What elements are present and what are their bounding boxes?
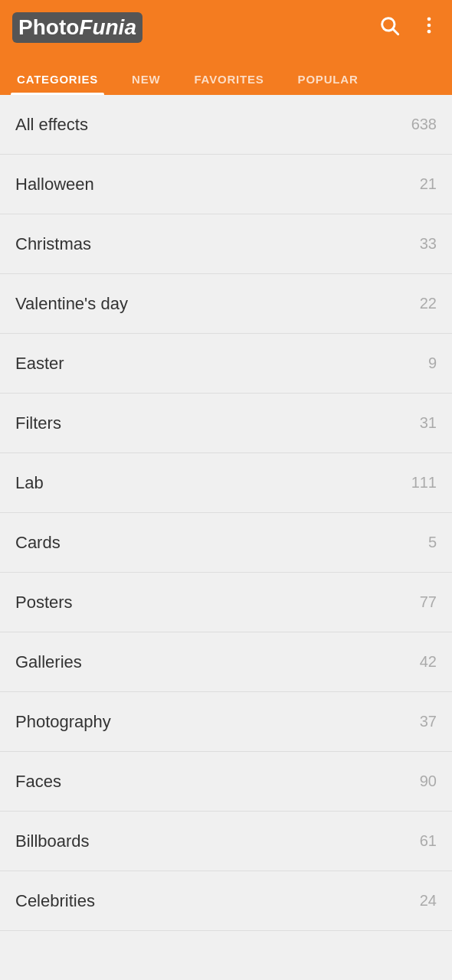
svg-line-1 <box>393 29 398 34</box>
tab-favorites[interactable]: FAVORITES <box>177 73 280 95</box>
category-label: Halloween <box>15 175 94 194</box>
category-count: 31 <box>420 414 437 432</box>
category-count: 9 <box>428 354 437 372</box>
list-item[interactable]: Halloween21 <box>0 155 452 214</box>
category-count: 77 <box>420 593 437 611</box>
tab-new[interactable]: NEW <box>115 73 177 95</box>
app-logo: PhotoFunia <box>12 12 142 43</box>
list-item[interactable]: Faces90 <box>0 752 452 812</box>
category-count: 111 <box>411 474 437 492</box>
search-icon[interactable] <box>378 15 400 41</box>
category-count: 21 <box>420 175 437 193</box>
app-header: PhotoFunia <box>0 0 452 55</box>
more-options-icon[interactable] <box>418 15 440 41</box>
category-label: All effects <box>15 115 88 135</box>
header-icons <box>378 15 440 41</box>
category-label: Christmas <box>15 234 91 254</box>
list-item[interactable]: Galleries42 <box>0 632 452 692</box>
category-label: Filters <box>15 413 61 433</box>
category-count: 90 <box>420 773 437 790</box>
category-label: Faces <box>15 772 61 792</box>
list-item[interactable]: Cards5 <box>0 513 452 573</box>
category-count: 638 <box>411 116 437 133</box>
list-item[interactable]: Filters31 <box>0 394 452 453</box>
svg-point-2 <box>427 17 431 21</box>
tab-categories[interactable]: CATEGORIES <box>0 73 115 95</box>
list-item[interactable]: Lab111 <box>0 453 452 513</box>
list-item[interactable]: Valentine's day22 <box>0 274 452 334</box>
category-label: Celebrities <box>15 891 95 911</box>
category-count: 33 <box>420 235 437 253</box>
category-count: 37 <box>420 713 437 730</box>
nav-tabs: CATEGORIES NEW FAVORITES POPULAR <box>0 55 452 95</box>
list-item[interactable]: Christmas33 <box>0 214 452 274</box>
list-item[interactable]: Celebrities24 <box>0 871 452 931</box>
category-label: Cards <box>15 533 61 553</box>
logo-box: PhotoFunia <box>12 12 142 43</box>
svg-point-4 <box>427 29 431 33</box>
list-item[interactable]: Billboards61 <box>0 812 452 871</box>
list-item[interactable]: Photography37 <box>0 692 452 752</box>
list-item[interactable]: Easter9 <box>0 334 452 394</box>
category-label: Valentine's day <box>15 294 128 314</box>
svg-point-3 <box>427 23 431 27</box>
category-count: 61 <box>420 832 437 850</box>
logo-text: PhotoFunia <box>18 15 136 40</box>
category-label: Galleries <box>15 652 82 672</box>
category-count: 5 <box>428 534 437 551</box>
category-label: Easter <box>15 354 64 374</box>
category-label: Lab <box>15 473 44 493</box>
category-list: All effects638Halloween21Christmas33Vale… <box>0 95 452 931</box>
category-count: 24 <box>420 892 437 910</box>
category-label: Billboards <box>15 831 90 851</box>
list-item[interactable]: Posters77 <box>0 573 452 632</box>
category-label: Posters <box>15 593 73 612</box>
logo-funia: Funia <box>79 15 136 39</box>
category-count: 22 <box>420 295 437 312</box>
category-count: 42 <box>420 653 437 671</box>
logo-photo: Photo <box>18 15 79 39</box>
category-label: Photography <box>15 712 111 732</box>
list-item[interactable]: All effects638 <box>0 95 452 155</box>
tab-popular[interactable]: POPULAR <box>281 73 375 95</box>
